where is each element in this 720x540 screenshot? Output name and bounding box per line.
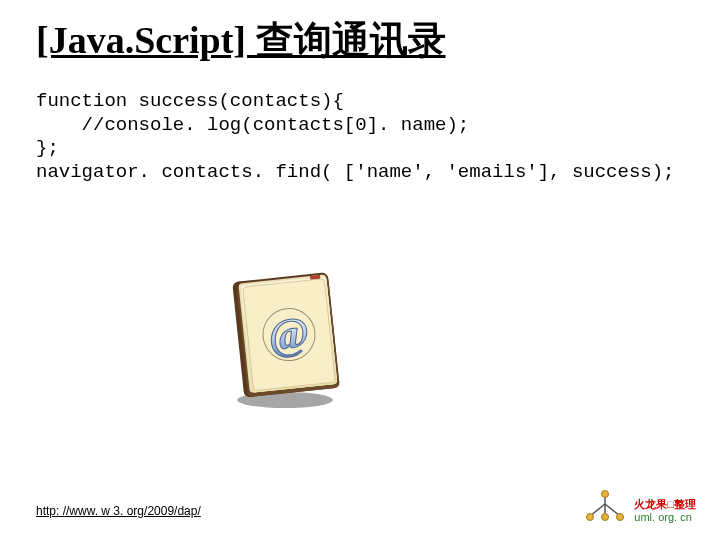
brand-logo: 火龙果□整理 uml. org. cn [582, 490, 696, 524]
svg-point-14 [587, 514, 594, 521]
addressbook-icon: @ [220, 265, 350, 414]
svg-point-15 [602, 514, 609, 521]
code-line: }; [36, 137, 59, 159]
svg-text:@: @ [266, 308, 312, 361]
brand-line-1: 火龙果□整理 [634, 498, 696, 511]
code-line: function success(contacts){ [36, 90, 344, 112]
code-line: navigator. contacts. find( ['name', 'ema… [36, 161, 675, 183]
svg-point-13 [602, 491, 609, 498]
footer-source-link[interactable]: http: //www. w 3. org/2009/dap/ [36, 504, 201, 518]
brand-text: 火龙果□整理 uml. org. cn [634, 498, 696, 524]
slide: [Java.Script] 查询通讯录 function success(con… [0, 0, 720, 540]
brand-line-2: uml. org. cn [634, 511, 696, 524]
tree-icon [582, 490, 628, 524]
slide-title: [Java.Script] 查询通讯录 [36, 20, 690, 62]
code-block: function success(contacts){ //console. l… [36, 90, 690, 185]
svg-point-16 [617, 514, 624, 521]
code-line: //console. log(contacts[0]. name); [36, 114, 469, 136]
